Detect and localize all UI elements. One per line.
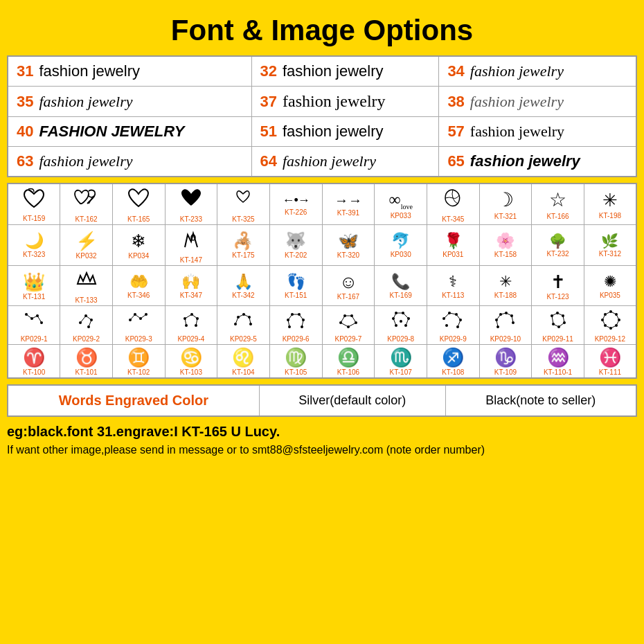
svg-line-69 (393, 313, 396, 319)
svg-line-121 (602, 320, 605, 325)
silver-color-text: Silver(default color) (298, 393, 406, 407)
font-cell-32: 32fashion jewelry (251, 56, 439, 87)
svg-line-5 (26, 314, 32, 319)
sym-kp029-5: KP029-5 (217, 306, 270, 344)
sym-kt342: 🙏 KT-342 (217, 265, 270, 306)
svg-line-82 (458, 320, 460, 327)
symbol-table: KT-159 KT-162 KT-165 KT-233 KT-325 (7, 183, 637, 379)
eg-text: eg:black.font 31.engrave:I KT-165 U Lucy… (7, 424, 280, 439)
svg-line-68 (393, 319, 396, 325)
sym-kp033: ∞love KP033 (375, 184, 427, 224)
sym-kt312: 🌿 KT-312 (584, 224, 636, 265)
sym-kp029-11: KP029-11 (532, 306, 584, 344)
sym-kp029-1: KP029-1 (8, 306, 60, 344)
page-title: Font & Image Options (7, 7, 637, 55)
sym-kt169: 📞 KT-169 (375, 265, 427, 306)
sym-kt232: 🌳 KT-232 (532, 224, 584, 265)
font-table: 31fashion jewelry 32fashion jewelry 34fa… (7, 55, 637, 177)
sym-kp029-3: KP029-3 (112, 306, 165, 344)
svg-line-72 (406, 319, 409, 325)
sym-kt165: KT-165 (112, 184, 165, 224)
svg-line-56 (341, 316, 345, 323)
symbol-row-2: 🌙 KT-323 ⚡ KP032 ❄ KP034 KT-147 🦂 KT-175… (8, 224, 636, 265)
sym-kt151: 👣 KT-151 (269, 265, 322, 306)
svg-line-38 (244, 314, 249, 317)
sym-kp035: ✺ KP035 (584, 265, 636, 306)
color-label: Words Engraved Color (59, 393, 208, 408)
svg-line-19 (130, 314, 135, 320)
sym-kt233: KT-233 (165, 184, 217, 224)
sym-kt391: →→ KT-391 (322, 184, 375, 224)
svg-line-36 (235, 317, 238, 324)
sym-kp029-7: KP029-7 (322, 306, 375, 344)
font-cell-35: 35fashion jewelry (8, 87, 251, 117)
svg-line-79 (444, 313, 449, 319)
sym-kt347: 🙌 KT-347 (165, 265, 217, 306)
svg-line-90 (497, 314, 501, 320)
svg-line-59 (348, 323, 356, 327)
svg-line-47 (288, 314, 292, 320)
svg-line-92 (506, 313, 512, 316)
sym-kt101: ♉ KT-101 (60, 344, 113, 378)
sym-kt346: 🤲 KT-346 (112, 265, 165, 306)
black-color-text: Black(note to seller) (485, 393, 596, 407)
sym-kt105: ♍ KT-105 (269, 344, 322, 378)
svg-line-104 (553, 324, 559, 327)
sym-kt133: KT-133 (60, 265, 113, 306)
note-text: If want other image,please send in messa… (7, 444, 485, 456)
note-line: If want other image,please send in messa… (7, 444, 637, 456)
font-cell-34: 34fashion jewelry (439, 56, 636, 87)
svg-line-7 (37, 316, 42, 323)
silver-color-cell: Silver(default color) (259, 385, 445, 416)
svg-line-105 (552, 316, 553, 324)
sym-kp029-2: KP029-2 (60, 306, 113, 344)
svg-line-60 (341, 323, 348, 327)
svg-line-20 (135, 314, 141, 319)
sym-kt323: 🌙 KT-323 (8, 224, 60, 265)
sym-kt147: KT-147 (165, 224, 217, 265)
sym-kt106: ♎ KT-106 (322, 344, 375, 378)
font-cell-51: 51fashion jewelry (251, 117, 439, 147)
svg-line-14 (89, 320, 91, 327)
svg-line-37 (238, 314, 244, 317)
sym-kt158: 🌸 KT-158 (479, 224, 532, 265)
font-cell-31: 31fashion jewelry (8, 56, 251, 87)
svg-point-67 (400, 320, 402, 323)
svg-point-73 (445, 324, 448, 327)
font-cell-38: 38fashion jewelry (439, 87, 636, 117)
sym-kt100: ♈ KT-100 (8, 344, 60, 378)
sym-kt321: ☽ KT-321 (479, 184, 532, 224)
sym-kt104: ♌ KT-104 (217, 344, 270, 378)
sym-kt107: ♏ KT-107 (375, 344, 427, 378)
svg-line-21 (141, 314, 146, 319)
svg-line-114 (602, 314, 605, 320)
sym-kt167: ☺ KT-167 (322, 265, 375, 306)
svg-line-49 (299, 314, 303, 320)
svg-line-6 (32, 316, 37, 319)
sym-kt226: ←•→ KT-226 (269, 184, 322, 224)
symbol-row-zodiac: ♈ KT-100 ♉ KT-101 ♊ KT-102 ♋ KT-103 ♌ KT… (8, 344, 636, 378)
svg-line-58 (352, 316, 356, 323)
sym-kp029-12: KP029-12 (584, 306, 636, 344)
font-cell-63: 63fashion jewelry (8, 147, 251, 177)
font-cell-57: 57fashion jewelry (439, 117, 636, 147)
sym-kp029-6: KP029-6 (269, 306, 322, 344)
sym-kt109: ♑ KT-109 (479, 344, 532, 378)
sym-kp029-8: KP029-8 (375, 306, 427, 344)
svg-line-120 (605, 325, 611, 328)
svg-line-28 (185, 314, 192, 319)
svg-line-119 (611, 325, 616, 328)
svg-line-29 (192, 314, 197, 319)
svg-line-103 (559, 323, 564, 327)
color-label-cell: Words Engraved Color (8, 385, 259, 416)
sym-kp034: ❄ KP034 (112, 224, 165, 265)
sym-kp029-4: KP029-4 (165, 306, 217, 344)
svg-line-115 (605, 312, 611, 314)
eg-line: eg:black.font 31.engrave:I KT-165 U Lucy… (7, 424, 637, 440)
sym-kp030: 🐬 KP030 (375, 224, 427, 265)
sym-kt325: KT-325 (217, 184, 270, 224)
svg-line-12 (80, 316, 86, 323)
sym-kp029-10: KP029-10 (479, 306, 532, 344)
font-cell-37: 37fashion jewelry (251, 87, 439, 117)
sym-kt108: ♐ KT-108 (427, 344, 480, 378)
